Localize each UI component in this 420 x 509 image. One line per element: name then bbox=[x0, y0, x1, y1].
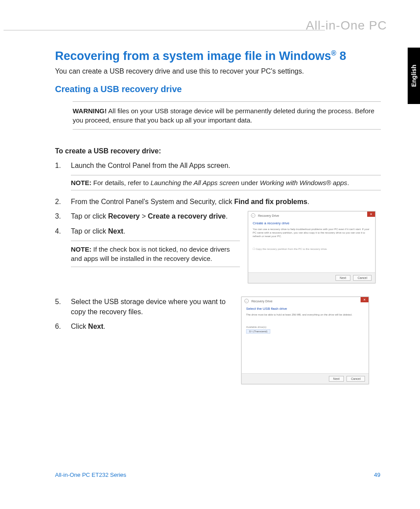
row-steps-3-4: Tap or click Recovery > Create a recover… bbox=[55, 211, 381, 283]
note-2: NOTE: If the check box is not ticked, no… bbox=[71, 241, 240, 267]
dialog1-titlebar: ← Recovery Drive bbox=[248, 212, 367, 219]
left-col-1: Tap or click Recovery > Create a recover… bbox=[55, 211, 240, 267]
step-4: Tap or click Next. bbox=[55, 226, 240, 236]
step6-pre: Click bbox=[71, 323, 88, 330]
dialog1-heading: Create a recovery drive bbox=[253, 221, 371, 225]
step-list-4: Select the USB storage device where you … bbox=[55, 297, 233, 332]
footer-model: All-in-One PC ET232 Series bbox=[55, 472, 126, 478]
step4-end: . bbox=[123, 227, 125, 235]
step3-b1: Recovery bbox=[108, 212, 140, 220]
intro-text: You can create a USB recovery drive and … bbox=[55, 67, 381, 75]
dialog-create-recovery: × ← Recovery Drive Create a recovery dri… bbox=[248, 211, 376, 283]
left-col-2: Select the USB storage device where you … bbox=[55, 297, 233, 336]
page-content: Recovering from a system image file in W… bbox=[55, 49, 381, 398]
dialog1-cancel-button: Cancel bbox=[353, 275, 372, 281]
warning-text: All files on your USB storage device wil… bbox=[73, 107, 374, 124]
dialog2-titlebar: ← Recovery Drive bbox=[242, 297, 361, 305]
header-rule bbox=[4, 30, 325, 30]
step2-bold: Find and fix problems bbox=[234, 198, 307, 205]
language-label: English bbox=[410, 65, 417, 87]
note1-i1: Launching the All Apps screen bbox=[151, 179, 239, 186]
warning-callout: WARNING! All files on your USB storage d… bbox=[73, 101, 381, 130]
page-title: Recovering from a system image file in W… bbox=[55, 49, 381, 63]
row-steps-5-6: Select the USB storage device where you … bbox=[55, 297, 381, 384]
step2-pre: From the Control Panel's System and Secu… bbox=[71, 198, 234, 205]
step-1: Launch the Control Panel from the All Ap… bbox=[55, 160, 381, 171]
note2-label: NOTE: bbox=[71, 245, 92, 253]
note1-mid: under bbox=[239, 179, 260, 186]
step6-b: Next bbox=[88, 323, 103, 330]
note-1: NOTE: For details, refer to Launching th… bbox=[71, 175, 381, 190]
dialog1-footer: Next Cancel bbox=[248, 272, 375, 283]
step-list-3: Tap or click Recovery > Create a recover… bbox=[55, 211, 240, 236]
dialog2-title: Recovery Drive bbox=[251, 300, 273, 303]
dialog2-avail-label: Available drive(s) bbox=[246, 326, 364, 328]
procedure-head: To create a USB recovery drive: bbox=[55, 147, 381, 155]
back-icon: ← bbox=[244, 299, 249, 303]
step3-end: . bbox=[226, 212, 228, 220]
dialog2-next-button: Next bbox=[329, 376, 344, 382]
step-3: Tap or click Recovery > Create a recover… bbox=[55, 211, 240, 221]
note1-i2: Working with Windows® apps bbox=[260, 179, 347, 186]
step-list-2: From the Control Panel's System and Secu… bbox=[55, 197, 381, 207]
title-suffix: 8 bbox=[336, 49, 346, 63]
dialog2-heading: Select the USB flash drive bbox=[246, 307, 364, 311]
dialog2-cancel-button: Cancel bbox=[346, 376, 365, 382]
language-tab: English bbox=[408, 48, 420, 104]
step2-end: . bbox=[307, 198, 309, 205]
close-icon: × bbox=[367, 212, 375, 217]
dialog1-next-button: Next bbox=[335, 275, 350, 281]
brand-header: All-in-One PC bbox=[306, 19, 387, 33]
dialog2-footer: Next Cancel bbox=[242, 373, 368, 384]
step-2: From the Control Panel's System and Secu… bbox=[55, 197, 381, 207]
step3-b2: Create a recovery drive bbox=[148, 212, 226, 220]
note2-text: If the check box is not ticked, no devic… bbox=[71, 245, 230, 262]
step4-b: Next bbox=[108, 227, 123, 235]
dialog1-checkbox-label: ☐ Copy the recovery partition from the P… bbox=[253, 247, 371, 250]
warning-label: WARNING! bbox=[73, 107, 107, 115]
step-5: Select the USB storage device where you … bbox=[55, 297, 233, 317]
page-number: 49 bbox=[374, 472, 380, 478]
step-6: Click Next. bbox=[55, 321, 233, 331]
close-icon: × bbox=[361, 297, 368, 302]
dialog2-desc: The drive must be able to hold at least … bbox=[246, 313, 364, 317]
title-reg: ® bbox=[331, 49, 336, 57]
dialog1-desc: You can use a recovery drive to help tro… bbox=[253, 228, 371, 238]
note1-end: . bbox=[347, 179, 349, 186]
step3-mid: > bbox=[140, 212, 148, 220]
title-text: Recovering from a system image file in W… bbox=[55, 49, 331, 63]
dialog1-title: Recovery Drive bbox=[258, 214, 279, 217]
back-icon: ← bbox=[251, 213, 255, 218]
dialog-select-usb: × ← Recovery Drive Select the USB flash … bbox=[241, 297, 369, 384]
note-label: NOTE: bbox=[71, 179, 92, 186]
note1-pre: For details, refer to bbox=[92, 179, 151, 186]
step-list: Launch the Control Panel from the All Ap… bbox=[55, 160, 381, 171]
dialog1-chk-text: Copy the recovery partition from the PC … bbox=[256, 248, 328, 250]
section-heading: Creating a USB recovery drive bbox=[55, 84, 381, 94]
step3-pre: Tap or click bbox=[71, 212, 108, 220]
dialog2-drive-item: D:\ (Transcend) bbox=[246, 329, 270, 334]
step4-pre: Tap or click bbox=[71, 227, 108, 235]
step6-end: . bbox=[103, 323, 105, 330]
